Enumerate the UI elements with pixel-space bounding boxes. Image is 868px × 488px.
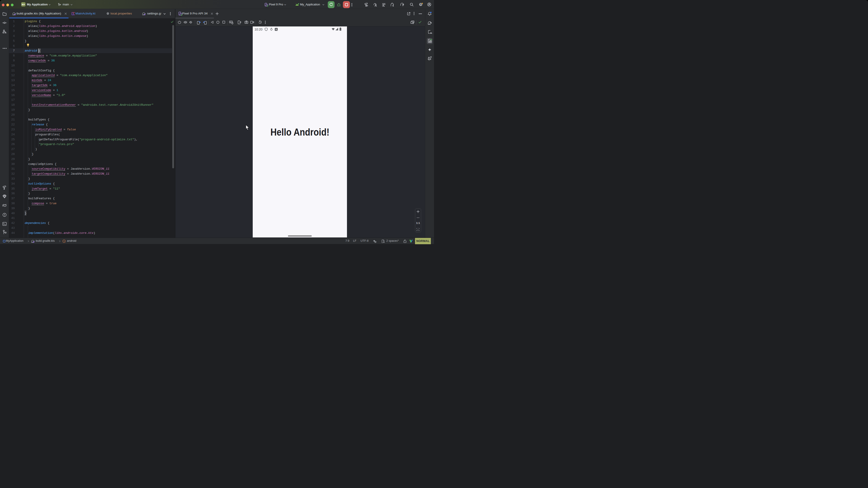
svg-text:λ: λ: [64, 240, 65, 242]
